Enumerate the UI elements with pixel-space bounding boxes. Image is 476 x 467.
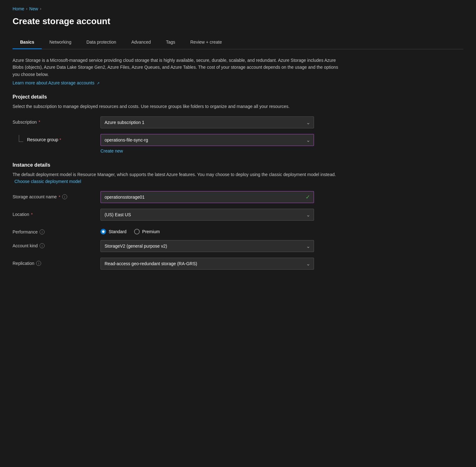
performance-info-icon[interactable]: i bbox=[40, 229, 45, 234]
storage-name-info-icon[interactable]: i bbox=[62, 194, 67, 199]
subscription-select[interactable]: Azure subscription 1 bbox=[100, 116, 314, 128]
replication-control: Read-access geo-redundant storage (RA-GR… bbox=[100, 258, 314, 270]
performance-standard-label: Standard bbox=[109, 229, 127, 234]
project-details-title: Project details bbox=[13, 94, 463, 100]
performance-premium-radio[interactable] bbox=[134, 229, 140, 234]
performance-premium-option[interactable]: Premium bbox=[134, 229, 160, 234]
tab-review-create[interactable]: Review + create bbox=[183, 36, 230, 49]
tab-advanced[interactable]: Advanced bbox=[124, 36, 158, 49]
storage-name-label: Storage account name * i bbox=[13, 191, 100, 199]
performance-standard-option[interactable]: Standard bbox=[100, 229, 127, 234]
tab-tags[interactable]: Tags bbox=[158, 36, 183, 49]
resource-group-label-col: Resource group * bbox=[13, 134, 100, 142]
subscription-control: Azure subscription 1 ⌄ bbox=[100, 116, 314, 128]
resource-group-select[interactable]: operations-file-sync-rg bbox=[100, 134, 314, 146]
performance-control: Standard Premium bbox=[100, 226, 314, 234]
create-new-link[interactable]: Create new bbox=[100, 148, 123, 153]
instance-details-desc: The default deployment model is Resource… bbox=[13, 171, 342, 185]
tab-bar: Basics Networking Data protection Advanc… bbox=[13, 36, 463, 49]
storage-name-input[interactable] bbox=[100, 191, 314, 203]
storage-name-required: * bbox=[59, 195, 60, 199]
performance-row: Performance i Standard Premium bbox=[13, 226, 358, 234]
rg-required: * bbox=[60, 137, 61, 142]
replication-select[interactable]: Read-access geo-redundant storage (RA-GR… bbox=[100, 258, 314, 270]
tab-data-protection[interactable]: Data protection bbox=[79, 36, 124, 49]
performance-radio-group: Standard Premium bbox=[100, 226, 314, 234]
location-row: Location * (US) East US ⌄ bbox=[13, 209, 358, 221]
breadcrumb: Home › New › bbox=[13, 6, 463, 11]
resource-group-select-wrapper: operations-file-sync-rg ⌄ bbox=[100, 134, 314, 146]
breadcrumb-home[interactable]: Home bbox=[13, 6, 24, 11]
breadcrumb-sep2: › bbox=[40, 7, 41, 11]
resource-group-control: operations-file-sync-rg ⌄ Create new bbox=[100, 134, 314, 153]
classic-model-link[interactable]: Choose classic deployment model bbox=[14, 179, 81, 184]
breadcrumb-sep1: › bbox=[26, 7, 27, 11]
storage-name-row: Storage account name * i ✓ bbox=[13, 191, 358, 203]
account-kind-row: Account kind i StorageV2 (general purpos… bbox=[13, 240, 358, 252]
performance-standard-radio[interactable] bbox=[100, 229, 106, 234]
storage-name-check-icon: ✓ bbox=[306, 194, 310, 201]
intro-description: Azure Storage is a Microsoft-managed ser… bbox=[13, 57, 342, 78]
replication-label: Replication i bbox=[13, 258, 100, 266]
location-select[interactable]: (US) East US bbox=[100, 209, 314, 221]
resource-group-indent: Resource group * bbox=[13, 137, 100, 142]
tab-basics[interactable]: Basics bbox=[13, 36, 42, 49]
subscription-row: Subscription * Azure subscription 1 ⌄ bbox=[13, 116, 358, 128]
subscription-required: * bbox=[39, 120, 40, 124]
account-kind-select-wrapper: StorageV2 (general purpose v2) ⌄ bbox=[100, 240, 314, 252]
resource-group-label: Resource group * bbox=[27, 137, 61, 142]
location-select-wrapper: (US) East US ⌄ bbox=[100, 209, 314, 221]
performance-premium-label: Premium bbox=[142, 229, 160, 234]
rg-bracket-icon bbox=[19, 135, 23, 142]
account-kind-label: Account kind i bbox=[13, 240, 100, 248]
storage-name-control: ✓ bbox=[100, 191, 314, 203]
instance-details-title: Instance details bbox=[13, 162, 463, 168]
performance-label: Performance i bbox=[13, 226, 100, 234]
external-link-icon: ↗ bbox=[97, 81, 100, 85]
page-title: Create storage account bbox=[13, 16, 463, 26]
storage-name-input-wrapper: ✓ bbox=[100, 191, 314, 203]
subscription-select-wrapper: Azure subscription 1 ⌄ bbox=[100, 116, 314, 128]
breadcrumb-new[interactable]: New bbox=[29, 6, 38, 11]
replication-info-icon[interactable]: i bbox=[36, 261, 41, 266]
replication-row: Replication i Read-access geo-redundant … bbox=[13, 258, 358, 270]
learn-more-link[interactable]: Learn more about Azure storage accounts … bbox=[13, 80, 100, 85]
project-details-desc: Select the subscription to manage deploy… bbox=[13, 103, 342, 110]
account-kind-select[interactable]: StorageV2 (general purpose v2) bbox=[100, 240, 314, 252]
location-control: (US) East US ⌄ bbox=[100, 209, 314, 221]
replication-select-wrapper: Read-access geo-redundant storage (RA-GR… bbox=[100, 258, 314, 270]
subscription-label: Subscription * bbox=[13, 116, 100, 125]
account-kind-info-icon[interactable]: i bbox=[40, 243, 45, 248]
location-label: Location * bbox=[13, 209, 100, 217]
account-kind-control: StorageV2 (general purpose v2) ⌄ bbox=[100, 240, 314, 252]
location-required: * bbox=[31, 212, 33, 217]
resource-group-row: Resource group * operations-file-sync-rg… bbox=[13, 134, 358, 153]
tab-networking[interactable]: Networking bbox=[42, 36, 79, 49]
